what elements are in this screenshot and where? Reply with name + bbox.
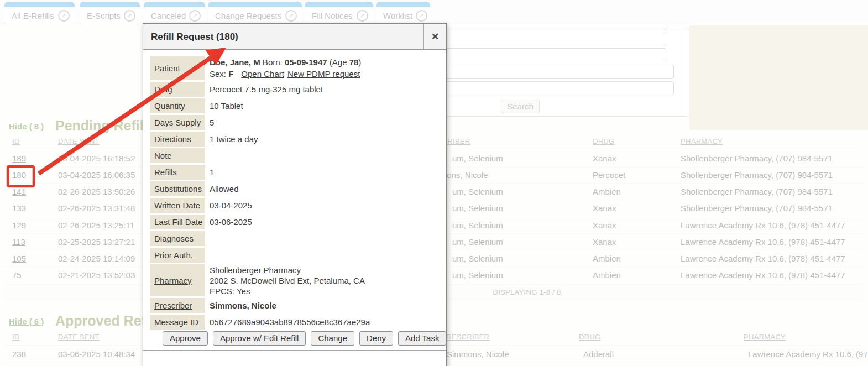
field-row-last-fill-date: Last Fill Date 03-06-2025 xyxy=(150,215,440,229)
field-row-diagnoses: Diagnoses xyxy=(150,231,440,246)
message-id-label-link[interactable]: Message ID xyxy=(150,315,205,330)
drug-label-link[interactable]: Drug xyxy=(150,82,205,97)
dialog-body: Patient Doe, Jane, M Born: 05-09-1947 (A… xyxy=(143,50,446,346)
pharmacy-address: 2002 S. McDowell Blvd Ext, Petaluma, CA xyxy=(210,275,365,286)
message-id-value: 056727689a9043ab8978556ce8c367ae29a xyxy=(210,315,440,330)
page: All E-Refills↗ E-Scripts↗ Canceled↗ Chan… xyxy=(0,0,868,366)
patient-line-1: Doe, Jane, M Born: 05-09-1947 (Age 78) xyxy=(210,56,361,68)
field-row-substitutions: Substitutions Allowed xyxy=(150,181,440,196)
patient-sex: F xyxy=(228,69,233,79)
field-row-prior-auth: Prior Auth. xyxy=(150,248,440,263)
approve-button[interactable]: Approve xyxy=(163,331,208,346)
age-suffix: ) xyxy=(358,57,361,67)
written-date-value: 03-04-2025 xyxy=(210,198,440,213)
directions-value: 1 twice a day xyxy=(210,132,440,147)
age-prefix: (Age xyxy=(327,57,349,67)
last-fill-date-label: Last Fill Date xyxy=(150,215,205,229)
approve-with-edit-refill-button[interactable]: Approve w/ Edit Refill xyxy=(213,331,306,346)
field-row-message-id: Message ID 056727689a9043ab8978556ce8c36… xyxy=(150,315,440,330)
refills-value: 1 xyxy=(210,165,440,180)
field-row-note: Note xyxy=(150,148,440,163)
diagnoses-label: Diagnoses xyxy=(150,231,205,246)
note-value xyxy=(210,148,440,163)
refill-request-dialog: Refill Request (180) ✕ Patient Doe, Jane… xyxy=(143,23,447,366)
written-date-label: Written Date xyxy=(150,198,205,213)
patient-age: 78 xyxy=(349,57,359,67)
deny-button[interactable]: Deny xyxy=(359,331,393,346)
pharmacy-name: Shollenberger Pharmacy xyxy=(210,265,301,275)
directions-label: Directions xyxy=(150,132,205,147)
field-row-written-date: Written Date 03-04-2025 xyxy=(150,198,440,213)
patient-line-2: Sex: FOpen ChartNew PDMP request xyxy=(210,68,360,80)
dialog-header: Refill Request (180) ✕ xyxy=(143,24,446,50)
field-row-patient: Patient Doe, Jane, M Born: 05-09-1947 (A… xyxy=(150,56,440,80)
prescriber-label-link[interactable]: Prescriber xyxy=(150,298,205,313)
patient-name: Doe, Jane, M xyxy=(210,57,260,67)
field-row-directions: Directions 1 twice a day xyxy=(150,132,440,147)
open-chart-link[interactable]: Open Chart xyxy=(241,69,284,79)
substitutions-value: Allowed xyxy=(210,181,440,196)
add-task-button[interactable]: Add Task xyxy=(398,331,446,346)
prior-auth-label: Prior Auth. xyxy=(150,248,205,263)
new-pdmp-request-link[interactable]: New PDMP request xyxy=(287,69,360,79)
sex-label: Sex: xyxy=(210,69,228,79)
field-row-prescriber: Prescriber Simmons, Nicole xyxy=(150,298,440,313)
drug-value: Percocet 7.5 mg-325 mg tablet xyxy=(210,82,440,97)
substitutions-label: Substitutions xyxy=(150,181,205,196)
pharmacy-label-link[interactable]: Pharmacy xyxy=(150,264,205,296)
prescriber-value: Simmons, Nicole xyxy=(210,298,440,313)
pharmacy-epcs: EPCS: Yes xyxy=(210,286,250,296)
note-label: Note xyxy=(150,148,205,163)
patient-label-link[interactable]: Patient xyxy=(150,56,205,80)
dialog-title: Refill Request (180) xyxy=(151,24,238,50)
born-label: Born: xyxy=(260,57,285,67)
field-row-quantity: Quantity 10 Tablet xyxy=(150,98,440,113)
dialog-footer-divider xyxy=(143,350,446,351)
quantity-value: 10 Tablet xyxy=(210,98,440,113)
field-row-pharmacy: Pharmacy Shollenberger Pharmacy 2002 S. … xyxy=(150,264,440,296)
days-supply-value: 5 xyxy=(210,115,440,130)
field-row-drug: Drug Percocet 7.5 mg-325 mg tablet xyxy=(150,82,440,97)
days-supply-label: Days Supply xyxy=(150,115,205,130)
quantity-label: Quantity xyxy=(150,98,205,113)
prior-auth-value xyxy=(210,248,440,263)
refills-label: Refills xyxy=(150,165,205,180)
change-button[interactable]: Change xyxy=(311,331,354,346)
patient-dob: 05-09-1947 xyxy=(285,57,327,67)
last-fill-date-value: 03-06-2025 xyxy=(210,215,440,229)
close-icon[interactable]: ✕ xyxy=(423,24,446,50)
dialog-actions: Approve Approve w/ Edit Refill Change De… xyxy=(163,331,440,346)
diagnoses-value xyxy=(210,231,440,246)
field-row-days-supply: Days Supply 5 xyxy=(150,115,440,130)
field-row-refills: Refills 1 xyxy=(150,165,440,180)
